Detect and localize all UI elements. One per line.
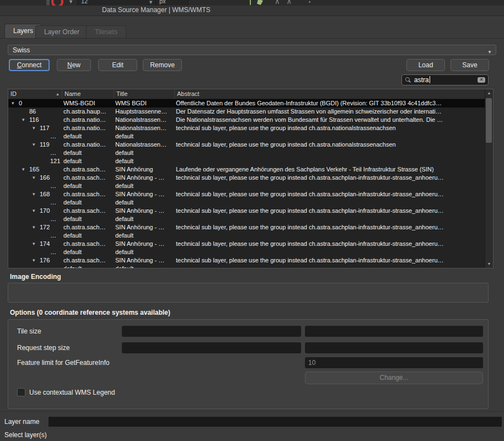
table-row[interactable]: ▾ 174 ch.astra.sach… SIN Anhörung - … te… <box>8 240 485 248</box>
column-header-abstract[interactable]: Abstract <box>175 89 485 99</box>
cell-title: Nationalstrassen… <box>114 141 175 149</box>
cell-name: ch.astra.sach… <box>62 223 114 232</box>
table-row[interactable]: ▾ 119 ch.astra.natio… Nationalstrassen… … <box>8 141 485 149</box>
remove-button[interactable]: Remove <box>143 59 182 71</box>
layer-name-label: Layer name <box>4 418 39 426</box>
cell-id-text: … <box>50 248 56 256</box>
table-row[interactable]: ▾ … default default <box>8 265 485 268</box>
table-scrollbar[interactable]: ▲ ▼ <box>485 89 493 268</box>
cell-abstract <box>175 132 485 141</box>
connection-profile-select[interactable]: Swiss ▼ <box>8 45 496 55</box>
cell-name: default <box>62 132 114 141</box>
table-row[interactable]: ▾ 168 ch.astra.sach… SIN Anhörung - … te… <box>8 190 485 198</box>
cell-name: ch.astra.natio… <box>62 141 114 149</box>
cell-id: ▾ … <box>8 198 62 207</box>
tile-width-input[interactable] <box>122 326 301 337</box>
cell-abstract: Laufende oder vergangene Anhörungen des … <box>175 165 485 174</box>
layer-search-input[interactable]: astra ✕ <box>401 74 489 85</box>
edit-button[interactable]: Edit <box>98 59 137 71</box>
cell-abstract: technical sub layer, please use the grou… <box>175 223 485 232</box>
cell-abstract: Die Nationalstrassenachsen werden vom Bu… <box>175 116 485 124</box>
column-label: Name <box>65 90 81 97</box>
feature-limit-input[interactable]: 10 <box>305 357 483 368</box>
expand-arrow-icon[interactable]: ▾ <box>33 190 40 198</box>
indent-spacer <box>12 178 33 178</box>
dialog-titlebar[interactable]: Data Source Manager | WMS/WMTS <box>0 6 504 16</box>
table-row[interactable]: ▾ 0 WMS-BGDI WMS BGDI Öffentliche Daten … <box>8 99 485 107</box>
indent-spacer <box>12 244 33 244</box>
table-row[interactable]: ▾ 176 ch.astra.sach… SIN Anhörung - … te… <box>8 256 485 265</box>
cell-title: SIN Anhörung - … <box>114 207 175 215</box>
table-row[interactable]: ▾ … default default <box>8 198 485 207</box>
table-row[interactable]: ▾ … default default <box>8 248 485 256</box>
legend-checkbox-label: Use contextual WMS Legend <box>29 389 115 396</box>
request-step-width-input[interactable] <box>122 342 301 353</box>
cell-id-text: … <box>50 265 56 268</box>
column-header-id[interactable]: ID ▲ <box>8 89 62 99</box>
scroll-down-icon[interactable]: ▼ <box>485 260 493 268</box>
cell-id-text: 174 <box>40 240 50 248</box>
load-button[interactable]: Load <box>406 59 445 71</box>
tile-height-input[interactable] <box>305 326 483 337</box>
green-tick-icon <box>250 0 251 5</box>
expand-arrow-icon[interactable]: ▾ <box>22 116 29 124</box>
new-button[interactable]: New <box>57 59 91 71</box>
cell-name: default <box>62 265 114 268</box>
dropdown-arrow-icon: ▼ <box>68 0 73 4</box>
cell-abstract <box>175 182 485 190</box>
expand-arrow-icon[interactable]: ▾ <box>12 99 19 107</box>
column-header-title[interactable]: Title <box>114 89 175 99</box>
cell-name: ch.astra.sach… <box>62 190 114 198</box>
table-row[interactable]: ▾ … default default <box>8 149 485 157</box>
clear-search-icon[interactable]: ✕ <box>478 77 485 83</box>
expand-arrow-icon[interactable]: ▾ <box>33 141 40 149</box>
change-crs-button[interactable]: Change... <box>305 372 483 384</box>
tab-label: Layer Order <box>44 28 79 36</box>
expand-arrow-icon[interactable]: ▾ <box>33 240 40 248</box>
table-row[interactable]: ▾ … default default <box>8 132 485 141</box>
expand-arrow-icon[interactable]: ▾ <box>33 256 40 265</box>
indent-spacer <box>12 153 43 153</box>
table-row[interactable]: ▾ 121 default default <box>8 157 485 165</box>
request-step-height-input[interactable] <box>305 342 483 353</box>
cell-abstract: technical sub layer, please use the grou… <box>175 124 485 132</box>
legend-checkbox-row[interactable]: Use contextual WMS Legend <box>17 388 115 396</box>
connect-button[interactable]: Connect <box>9 59 50 71</box>
expand-arrow-icon[interactable]: ▾ <box>33 223 40 232</box>
cell-id: ▾ 86 <box>8 107 62 116</box>
layer-name-input[interactable] <box>49 417 502 427</box>
expand-arrow-icon[interactable]: ▾ <box>33 207 40 215</box>
table-row[interactable]: ▾ … default default <box>8 182 485 190</box>
expand-arrow-icon[interactable]: ▾ <box>33 174 40 182</box>
save-button[interactable]: Save <box>451 59 489 71</box>
chevron-down-icon: ▼ <box>487 47 492 57</box>
cell-id: ▾ 174 <box>8 240 62 248</box>
dialog-title: Data Source Manager | WMS/WMTS <box>102 6 211 14</box>
expand-arrow-icon[interactable]: ▾ <box>22 165 29 174</box>
cell-abstract <box>175 248 485 256</box>
table-row[interactable]: ▾ 116 ch.astra.natio… Nationalstrassen… … <box>8 116 485 124</box>
legend-checkbox[interactable] <box>17 388 25 396</box>
font-size-value: 12 <box>81 0 88 4</box>
green-polygon-icon <box>257 0 263 5</box>
table-row[interactable]: ▾ 117 ch.astra.natio… Nationalstrassen… … <box>8 124 485 132</box>
layer-tree-body: ▾ 0 WMS-BGDI WMS BGDI Öffentliche Daten … <box>8 99 485 268</box>
table-row[interactable]: ▾ 165 ch.astra.sach… SIN Anhörung Laufen… <box>8 165 485 174</box>
table-row[interactable]: ▾ … default default <box>8 232 485 240</box>
cell-abstract <box>175 232 485 240</box>
cell-abstract <box>175 198 485 207</box>
table-row[interactable]: ▾ 170 ch.astra.sach… SIN Anhörung - … te… <box>8 207 485 215</box>
scroll-up-icon[interactable]: ▲ <box>485 89 493 97</box>
table-row[interactable]: ▾ … default default <box>8 215 485 223</box>
tab-label: Tilesets <box>95 28 117 36</box>
table-row[interactable]: ▾ 166 ch.astra.sach… SIN Anhörung - … te… <box>8 174 485 182</box>
table-row[interactable]: ▾ 86 ch.astra.haup… Hauptstrassenne… Der… <box>8 107 485 116</box>
tab-layer-order[interactable]: Layer Order <box>35 25 88 38</box>
column-header-name[interactable]: Name <box>62 89 114 99</box>
scrollbar-thumb[interactable] <box>486 98 492 143</box>
cell-id-text: 168 <box>40 190 50 198</box>
expand-arrow-icon[interactable]: ▾ <box>33 124 40 132</box>
table-row[interactable]: ▾ 172 ch.astra.sach… SIN Anhörung - … te… <box>8 223 485 232</box>
cell-abstract: technical sub layer, please use the grou… <box>175 190 485 198</box>
indent-spacer <box>12 202 43 203</box>
